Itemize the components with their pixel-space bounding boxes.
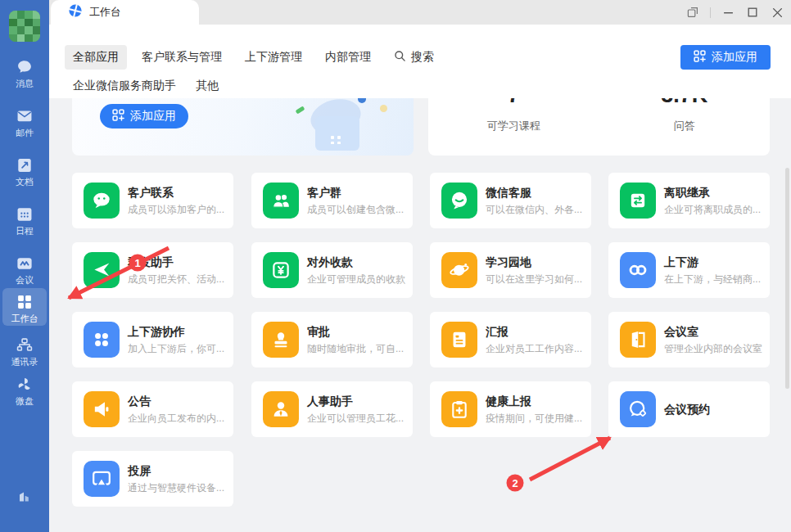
filter-tab-0[interactable]: 全部应用 (65, 45, 127, 70)
sidebar-item-label: 微盘 (0, 396, 49, 407)
app-desc: 成员可以创建包含微... (307, 203, 405, 217)
stat-qa-label: 问答 (674, 119, 695, 133)
transfer-icon (620, 183, 656, 219)
filter-tab-label: 全部应用 (73, 50, 119, 65)
sidebar-item-label: 邮件 (0, 128, 49, 138)
sidebar-item-contacts[interactable]: 通讯录 (0, 336, 49, 367)
sidebar-item-meeting[interactable]: 会议 (0, 254, 49, 286)
filter-tab-label: 搜索 (411, 50, 434, 65)
app-desc: 成员可把关怀、活动... (128, 273, 226, 286)
meetingapp-icon (620, 391, 656, 427)
app-card-客户群[interactable]: 客户群成员可以创建包含微... (251, 173, 413, 228)
add-app-label: 添加应用 (712, 50, 757, 65)
app-desc: 疫情期间，可使用健... (486, 412, 584, 426)
app-card-学习园地[interactable]: 学习园地可以在这里学习如何... (430, 242, 591, 298)
stamp-icon (263, 322, 299, 358)
sidebar-item-label: 文档 (0, 177, 49, 187)
stat-qa-value: 3.7K (599, 98, 771, 106)
banner-add-app-button[interactable]: 添加应用 (100, 104, 188, 128)
app-desc: 可以在微信内、外各... (486, 203, 584, 217)
add-app-button[interactable]: 添加应用 (680, 45, 771, 70)
app-card-会议室[interactable]: 会议室管理企业内部的会议室... (608, 312, 770, 367)
app-title: 公告 (128, 393, 226, 409)
app-card-对外收款[interactable]: 对外收款企业可管理成员的收款... (251, 242, 413, 298)
app-card-公告[interactable]: 公告企业向员工发布的内... (72, 381, 233, 437)
app-card-上下游协作[interactable]: 上下游协作加入上下游后，你可... (72, 312, 233, 367)
door-icon (620, 322, 656, 358)
controls-divider (710, 7, 711, 18)
app-desc: 在上下游，与经销商... (664, 273, 762, 286)
sidebar-item-chat[interactable]: 消息 (0, 57, 49, 89)
add-app-icon (694, 50, 706, 65)
workbench-logo-icon (69, 4, 82, 20)
app-card-客户联系[interactable]: 客户联系成员可以添加客户的... (72, 173, 233, 228)
drive-icon (0, 375, 49, 394)
sidebar-item-label: 消息 (0, 79, 49, 89)
app-desc: 可以在这里学习如何... (486, 273, 584, 286)
app-card-审批[interactable]: 审批随时随地审批，可自... (251, 312, 413, 367)
filter-tab-1[interactable]: 客户联系与管理 (133, 45, 230, 70)
tab-workbench[interactable]: 工作台 (51, 0, 199, 25)
app-desc: 通过与智慧硬件设备... (128, 481, 226, 495)
sidebar-item-doc[interactable]: 文档 (0, 156, 49, 187)
fourdots-icon (84, 322, 120, 358)
filter-tab-2[interactable]: 上下游管理 (237, 45, 310, 70)
sidebar-item-calendar[interactable]: 日程 (0, 205, 49, 237)
app-title: 上下游 (664, 254, 762, 270)
app-desc: 随时随地审批，可自... (307, 342, 405, 356)
app-title: 会议预约 (664, 401, 710, 417)
app-desc: 企业可将离职成员的... (664, 203, 762, 217)
app-title: 微信客服 (486, 184, 584, 201)
app-title: 客户群 (307, 184, 405, 201)
meeting-icon (0, 254, 49, 273)
app-title: 健康上报 (486, 393, 584, 409)
app-card-群发助手[interactable]: 群发助手成员可把关怀、活动... (72, 242, 233, 298)
chat-icon (0, 57, 49, 77)
filter-tab-row2-1[interactable]: 其他 (196, 79, 219, 93)
yuan-icon (263, 252, 299, 288)
app-card-投屏[interactable]: 投屏通过与智慧硬件设备... (72, 451, 233, 507)
popout-window-icon[interactable] (680, 0, 705, 25)
filter-tab-search[interactable]: 搜索 (386, 45, 442, 70)
chain-icon (620, 252, 656, 288)
grid-icon (2, 292, 47, 312)
mail-icon (0, 106, 49, 126)
filter-tab-row2-0[interactable]: 企业微信服务商助手 (73, 79, 176, 93)
app-desc: 企业向员工发布的内... (128, 412, 226, 426)
filter-tab-label: 客户联系与管理 (142, 50, 222, 65)
stat-courses[interactable]: 7 可学习课程 (428, 98, 599, 156)
app-title: 对外收款 (307, 254, 405, 270)
app-desc: 加入上下游后，你可... (128, 342, 226, 356)
search-icon (394, 50, 406, 65)
avatar-mosaic (9, 11, 40, 42)
sidebar-item-mail[interactable]: 邮件 (0, 106, 49, 138)
minimize-icon[interactable] (716, 0, 740, 25)
stat-qa[interactable]: 3.7K 问答 (599, 98, 771, 156)
maximize-icon[interactable] (740, 0, 765, 25)
app-title: 客户联系 (128, 184, 226, 201)
toolbox-icon[interactable] (0, 486, 49, 506)
sidebar-item-drive[interactable]: 微盘 (0, 375, 49, 407)
app-desc: 管理企业内部的会议室... (664, 342, 762, 356)
app-title: 离职继承 (664, 184, 762, 201)
sidebar-item-grid[interactable]: 工作台 (2, 288, 47, 326)
filter-tab-3[interactable]: 内部管理 (317, 45, 379, 70)
app-desc: 企业可以管理员工花... (307, 412, 405, 426)
close-icon[interactable] (765, 0, 789, 25)
app-card-上下游[interactable]: 上下游在上下游，与经销商... (608, 242, 770, 298)
user-avatar[interactable] (9, 11, 40, 42)
add-app-icon (112, 109, 124, 124)
app-card-汇报[interactable]: 汇报企业对员工工作内容... (430, 312, 591, 367)
contacts-icon (0, 336, 49, 355)
app-card-微信客服[interactable]: 微信客服可以在微信内、外各... (430, 173, 591, 228)
app-card-会议预约[interactable]: 会议预约 (608, 381, 770, 437)
sidebar-item-label: 通讯录 (0, 357, 49, 367)
app-title: 群发助手 (128, 254, 226, 270)
sidebar-item-label: 工作台 (2, 313, 47, 324)
learning-stats-card: 7 可学习课程 3.7K 问答 (428, 98, 770, 156)
app-card-人事助手[interactable]: 人事助手企业可以管理员工花... (251, 381, 413, 437)
scrollbar-thumb[interactable] (785, 168, 789, 389)
filter-tab-label: 内部管理 (325, 50, 371, 65)
app-card-健康上报[interactable]: 健康上报疫情期间，可使用健... (430, 381, 591, 437)
app-card-离职继承[interactable]: 离职继承企业可将离职成员的... (608, 173, 770, 228)
